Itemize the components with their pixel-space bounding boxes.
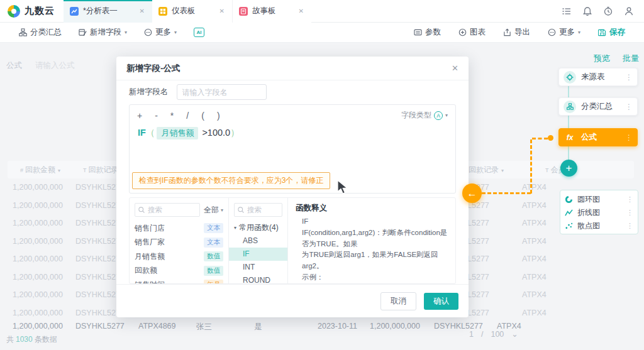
chart-item-donut[interactable]: 圆环图 ⋮ bbox=[565, 193, 633, 206]
kebab-menu-icon[interactable]: ⋮ bbox=[626, 222, 633, 230]
sort-caret-icon: ▾ bbox=[58, 168, 60, 173]
flow-node-group-summary[interactable]: 分类汇总 ⋮ bbox=[558, 97, 638, 116]
add-step-button[interactable]: + bbox=[560, 160, 577, 177]
chevron-down-icon: ▾ bbox=[125, 30, 127, 35]
function-group[interactable]: ▾ 常用函数(4) bbox=[234, 221, 282, 234]
flow-panel-links: 预览 批量 bbox=[594, 53, 639, 64]
tab-label: 仪表板 bbox=[172, 6, 196, 16]
operator-button[interactable]: - bbox=[155, 111, 158, 121]
table-header-amount: #回款金额▾ bbox=[20, 165, 60, 175]
analysis-toolbar: 分类汇总 新增字段 ▾ 更多 ▾ AI 参数 图表 导出 bbox=[0, 23, 644, 43]
confirm-button[interactable]: 确认 bbox=[424, 293, 458, 310]
function-item-round[interactable]: ROUND bbox=[229, 274, 287, 284]
field-type-selector[interactable]: 字段类型 A ▾ bbox=[401, 110, 448, 121]
tab-storyboard[interactable]: 故事板 ✕ bbox=[232, 0, 311, 23]
function-search[interactable] bbox=[234, 203, 282, 217]
more-left-button[interactable]: 更多 ▾ bbox=[144, 27, 177, 38]
guide-dashed-line bbox=[530, 139, 532, 194]
table-cell: 1,200,000,000 bbox=[13, 183, 63, 192]
operator-button[interactable]: + bbox=[137, 111, 142, 121]
task-list-icon[interactable] bbox=[562, 6, 572, 16]
description-line: IF(condition,arg1,arg2)：判断条件condition是否为… bbox=[296, 227, 448, 250]
table-cell: 2023-10-11 bbox=[318, 322, 357, 331]
flow-node-formula[interactable]: fx 公式 ⋮ bbox=[558, 128, 638, 146]
document-tabs: *分析表一 ✕ 仪表板 ✕ 故事板 ✕ bbox=[64, 0, 311, 23]
pagination[interactable]: 1 / 100 ⌄ bbox=[469, 329, 518, 339]
tab-label: *分析表一 bbox=[83, 6, 118, 16]
save-button[interactable]: 保存 bbox=[598, 27, 625, 38]
function-item-int[interactable]: INT bbox=[229, 261, 287, 274]
kebab-menu-icon[interactable]: ⋮ bbox=[626, 195, 633, 204]
chart-label: 散点图 bbox=[577, 221, 600, 231]
operator-buttons: +-*/() bbox=[137, 111, 233, 121]
cancel-button[interactable]: 取消 bbox=[380, 292, 416, 310]
text-type-icon: T bbox=[83, 167, 87, 173]
table-cell: 1,200,000,000 bbox=[13, 309, 63, 317]
chart-button[interactable]: 图表 bbox=[458, 27, 486, 38]
user-icon[interactable] bbox=[624, 6, 634, 16]
close-icon[interactable]: ✕ bbox=[138, 6, 146, 16]
operator-button[interactable]: / bbox=[186, 111, 189, 121]
tab-analysis-sheet[interactable]: *分析表一 ✕ bbox=[64, 0, 152, 23]
operator-button[interactable]: * bbox=[170, 111, 174, 121]
field-item[interactable]: 月销售额 数值 bbox=[135, 249, 223, 264]
preview-link[interactable]: 预览 bbox=[594, 53, 610, 64]
field-item[interactable]: 销售门店 文本 bbox=[135, 221, 223, 236]
close-icon[interactable]: ✕ bbox=[297, 6, 305, 16]
pagination-current[interactable]: 1 bbox=[469, 330, 474, 339]
close-icon[interactable]: ✕ bbox=[452, 63, 458, 73]
formula-editor[interactable]: +-*/() 字段类型 A ▾ IF（月销售额>100.0） 检查到IF函数的参… bbox=[129, 104, 456, 194]
more-right-button[interactable]: 更多 ▾ bbox=[548, 27, 580, 38]
search-icon bbox=[237, 206, 245, 214]
formula-function-token: IF bbox=[138, 128, 146, 138]
flow-node-source-table[interactable]: 来源表 ⋮ bbox=[558, 68, 638, 86]
kebab-menu-icon[interactable]: ⋮ bbox=[625, 133, 633, 142]
batch-link[interactable]: 批量 bbox=[623, 53, 639, 64]
new-field-button[interactable]: 新增字段 ▾ bbox=[79, 27, 127, 38]
ai-assistant-button[interactable]: AI bbox=[194, 28, 204, 37]
pagination-total: 100 bbox=[491, 330, 504, 339]
field-name-input[interactable] bbox=[177, 84, 267, 100]
formula-warning-message: 检查到IF函数的参数个数不符合要求，应为3个，请修正 bbox=[132, 172, 330, 189]
operator-row: +-*/() 字段类型 A ▾ bbox=[130, 105, 455, 121]
table-header-record2: 回款记录▾ bbox=[469, 165, 504, 175]
chevron-down-icon: ▾ bbox=[174, 30, 177, 35]
clock-icon[interactable] bbox=[603, 6, 613, 16]
text-type-icon: T bbox=[545, 167, 549, 173]
kebab-menu-icon[interactable]: ⋮ bbox=[626, 209, 633, 217]
tab-dashboard[interactable]: 仪表板 ✕ bbox=[152, 0, 232, 23]
circle-plus-icon bbox=[458, 28, 467, 36]
chevron-down-icon[interactable]: ⌄ bbox=[511, 329, 518, 339]
operator-button[interactable]: ( bbox=[201, 111, 204, 121]
table-cell: ATPX4 bbox=[522, 237, 547, 246]
function-item-abs[interactable]: ABS bbox=[229, 234, 287, 248]
description-line: IF bbox=[296, 216, 448, 227]
formula-expression[interactable]: IF（月销售额>100.0） bbox=[130, 121, 455, 139]
field-filter-dropdown[interactable]: 全部 ▾ bbox=[204, 205, 223, 216]
field-item[interactable]: 销售厂家 文本 bbox=[135, 236, 223, 250]
function-item-if[interactable]: IF bbox=[229, 248, 287, 261]
field-search[interactable] bbox=[135, 203, 200, 217]
chart-item-scatter[interactable]: 散点图 ⋮ bbox=[565, 219, 633, 232]
parameters-button[interactable]: 参数 bbox=[414, 27, 441, 38]
field-list: 销售门店 文本 销售厂家 文本 月销售额 数值 回款额 数值 bbox=[135, 221, 223, 284]
table-cell: ATPX4 bbox=[522, 183, 547, 192]
field-item[interactable]: 销售时间 年月 bbox=[135, 278, 223, 284]
field-item[interactable]: 回款额 数值 bbox=[135, 264, 223, 278]
dashboard-icon bbox=[158, 7, 167, 16]
export-button[interactable]: 导出 bbox=[503, 27, 530, 38]
description-line: 示例： bbox=[296, 272, 448, 283]
formula-field-chip: 月销售额 bbox=[157, 127, 198, 139]
functions-panel: ▾ 常用函数(4) ABS IF INT ROUND bbox=[229, 198, 288, 283]
toolbar-right: 参数 图表 导出 更多 ▾ 保存 bbox=[396, 27, 625, 38]
kebab-menu-icon[interactable]: ⋮ bbox=[625, 102, 633, 111]
kebab-menu-icon[interactable]: ⋮ bbox=[625, 73, 633, 82]
table-cell: DSYHKL5277 bbox=[75, 322, 125, 331]
chart-item-line[interactable]: 折线图 ⋮ bbox=[565, 206, 633, 219]
table-cell: 张三 bbox=[196, 322, 212, 332]
bell-icon[interactable] bbox=[582, 6, 592, 16]
mouse-cursor bbox=[336, 180, 350, 197]
close-icon[interactable]: ✕ bbox=[218, 6, 226, 16]
group-summary-button[interactable]: 分类汇总 bbox=[19, 27, 62, 38]
operator-button[interactable]: ) bbox=[217, 111, 220, 121]
